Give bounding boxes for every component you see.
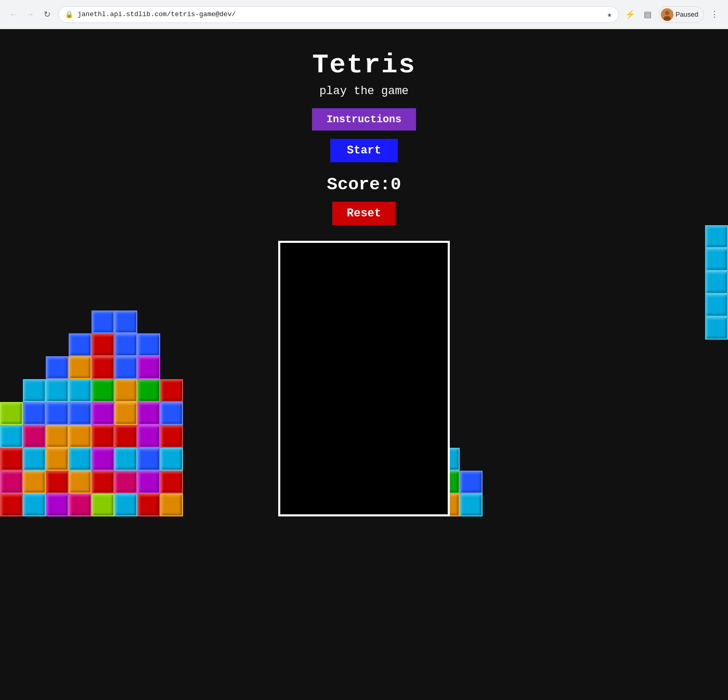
block: [705, 294, 728, 317]
block: [46, 494, 69, 516]
block: [92, 356, 114, 379]
block: [92, 402, 114, 425]
game-title: Tetris: [312, 50, 415, 81]
block: [0, 471, 23, 494]
cast-button[interactable]: ▤: [641, 7, 655, 22]
block: [23, 425, 46, 448]
profile-label: Paused: [675, 10, 698, 18]
block: [137, 379, 160, 402]
lock-icon: 🔒: [65, 10, 73, 19]
block: [460, 494, 483, 516]
forward-button[interactable]: →: [23, 7, 37, 22]
address-bar[interactable]: 🔒 janethl.api.stdlib.com/tetris-game@dev…: [58, 6, 619, 23]
block: [114, 356, 137, 379]
block: [46, 379, 69, 402]
block: [69, 402, 92, 425]
block: [92, 494, 114, 516]
block: [114, 402, 137, 425]
block: [69, 356, 92, 379]
block: [114, 471, 137, 494]
block: [69, 471, 92, 494]
block: [160, 402, 183, 425]
block: [23, 494, 46, 516]
block: [114, 494, 137, 516]
score-display: Score:0: [327, 175, 401, 195]
block: [114, 379, 137, 402]
reload-button[interactable]: ↻: [40, 7, 54, 22]
block: [114, 333, 137, 356]
block: [114, 310, 137, 333]
block: [160, 471, 183, 494]
block: [23, 379, 46, 402]
block: [69, 333, 92, 356]
block: [46, 425, 69, 448]
game-board-wrapper: [0, 241, 728, 516]
block: [92, 425, 114, 448]
block: [0, 448, 23, 471]
block: [92, 379, 114, 402]
block: [0, 402, 23, 425]
extensions-button[interactable]: ⚡: [623, 7, 638, 22]
block: [46, 448, 69, 471]
game-container: Tetris play the game Instructions Start …: [0, 29, 728, 700]
block: [23, 402, 46, 425]
block: [0, 425, 23, 448]
block: [46, 356, 69, 379]
block: [137, 471, 160, 494]
block: [23, 471, 46, 494]
nav-buttons: ← → ↻: [6, 7, 54, 22]
block: [0, 494, 23, 516]
block: [92, 310, 114, 333]
block: [69, 494, 92, 516]
url-text: janethl.api.stdlib.com/tetris-game@dev/: [77, 10, 603, 18]
block: [92, 333, 114, 356]
block: [137, 356, 160, 379]
block: [137, 448, 160, 471]
block: [137, 494, 160, 516]
block: [46, 471, 69, 494]
block: [69, 448, 92, 471]
menu-button[interactable]: ⋮: [707, 7, 722, 22]
block: [160, 379, 183, 402]
block: [92, 448, 114, 471]
start-button[interactable]: Start: [330, 139, 398, 162]
profile-button[interactable]: Paused: [658, 6, 704, 23]
block: [92, 471, 114, 494]
block: [46, 402, 69, 425]
browser-toolbar: ← → ↻ 🔒 janethl.api.stdlib.com/tetris-ga…: [0, 0, 728, 29]
block: [114, 425, 137, 448]
block: [23, 448, 46, 471]
block: [137, 425, 160, 448]
block: [705, 248, 728, 271]
block: [460, 471, 483, 494]
bookmark-icon[interactable]: ★: [607, 9, 612, 20]
block: [137, 333, 160, 356]
reset-button[interactable]: Reset: [332, 202, 396, 225]
avatar: [661, 8, 673, 21]
block: [160, 425, 183, 448]
block: [705, 271, 728, 294]
game-subtitle: play the game: [319, 85, 409, 98]
block: [69, 379, 92, 402]
block: [705, 225, 728, 248]
browser-actions: ⚡ ▤ Paused ⋮: [623, 6, 722, 23]
instructions-button[interactable]: Instructions: [312, 108, 416, 131]
block: [137, 402, 160, 425]
block: [114, 448, 137, 471]
back-button[interactable]: ←: [6, 7, 21, 22]
block: [69, 425, 92, 448]
block: [160, 494, 183, 516]
block: [160, 448, 183, 471]
block: [705, 317, 728, 340]
svg-point-1: [665, 11, 669, 15]
game-board: [278, 241, 450, 516]
